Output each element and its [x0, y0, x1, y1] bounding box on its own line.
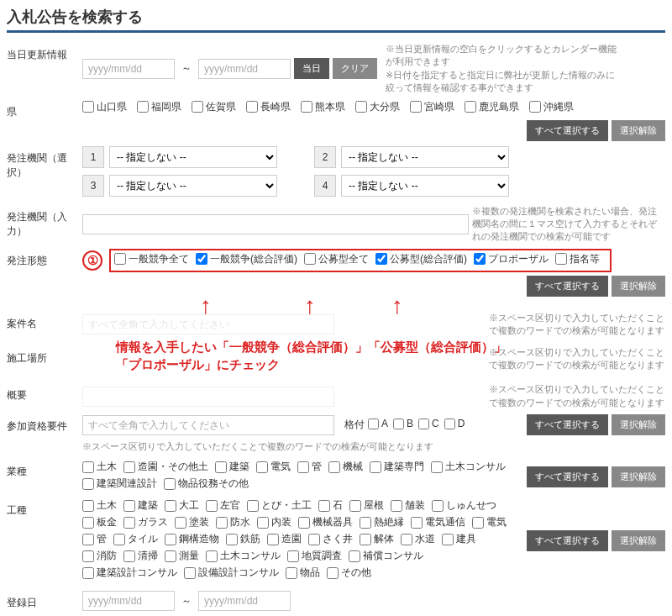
grade-checkbox[interactable]: D: [444, 418, 465, 429]
qual-deselect[interactable]: 選択解除: [612, 414, 665, 435]
org-select-4[interactable]: -- 指定しない --: [341, 175, 509, 197]
summary-input[interactable]: [82, 387, 334, 407]
worktype-checkbox[interactable]: 清掃: [123, 549, 158, 563]
industry-checkbox[interactable]: 土木: [82, 460, 117, 474]
worktype-checkbox[interactable]: 防水: [216, 515, 250, 529]
case-note: ※スペース区切りで入力していただくことで複数のワードでの検索が可能となります: [489, 312, 665, 338]
industry-checkbox[interactable]: 機械: [328, 460, 363, 474]
pref-deselect[interactable]: 選択解除: [612, 120, 665, 141]
pref-checkbox[interactable]: 山口県: [82, 100, 127, 114]
worktype-checkbox[interactable]: 地質調査: [287, 549, 342, 563]
grade-checkbox[interactable]: B: [393, 418, 413, 429]
industry-deselect[interactable]: 選択解除: [612, 466, 665, 487]
org-select-3[interactable]: -- 指定しない --: [109, 175, 277, 197]
update-date-from[interactable]: [82, 59, 175, 79]
worktype-checkbox[interactable]: 物品: [286, 566, 320, 580]
worktype-checkbox[interactable]: 左官: [206, 498, 240, 513]
org-select-2[interactable]: -- 指定しない --: [341, 146, 509, 168]
case-input[interactable]: [82, 314, 334, 334]
grade-checkbox[interactable]: A: [368, 418, 388, 429]
bidtype-deselect[interactable]: 選択解除: [612, 276, 665, 297]
regdate-to[interactable]: [198, 591, 291, 611]
update-date-to[interactable]: [198, 59, 291, 79]
worktype-checkbox[interactable]: 石: [318, 498, 343, 513]
bidtype-checkbox[interactable]: 指名等: [555, 252, 600, 266]
industry-select-all[interactable]: すべて選択する: [527, 466, 608, 487]
org-input[interactable]: [82, 214, 469, 234]
worktype-checkbox[interactable]: 測量: [165, 549, 199, 563]
qual-input[interactable]: [82, 415, 334, 435]
worktype-checkbox[interactable]: 土木コンサル: [206, 549, 281, 563]
pref-checkbox[interactable]: 福岡県: [137, 100, 181, 114]
worktype-checkbox[interactable]: 熱絶縁: [360, 515, 404, 529]
industry-checkbox[interactable]: 建築専門: [370, 460, 424, 474]
industry-checkbox[interactable]: 建築: [215, 460, 249, 474]
pref-checkbox[interactable]: 鹿児島県: [465, 100, 519, 114]
worktype-checkbox[interactable]: 板金: [82, 515, 117, 529]
grade-checkbox[interactable]: C: [418, 418, 439, 429]
label-case: 案件名: [7, 312, 82, 331]
clear-button[interactable]: クリア: [333, 58, 377, 79]
industry-checkbox[interactable]: 電気: [256, 460, 291, 474]
worktype-checkbox[interactable]: 舗装: [391, 498, 425, 513]
pref-select-all[interactable]: すべて選択する: [527, 120, 608, 141]
annotation-badge-1: ①: [82, 250, 102, 271]
label-bidtype: 発注形態: [7, 249, 82, 268]
worktype-select-all[interactable]: すべて選択する: [527, 530, 608, 551]
pref-checkbox[interactable]: 長崎県: [246, 100, 291, 114]
industry-checkbox[interactable]: 管: [297, 460, 322, 474]
industry-checkbox[interactable]: 物品役務その他: [164, 476, 249, 491]
worktype-checkbox[interactable]: タイル: [113, 532, 158, 546]
worktype-checkbox[interactable]: 鉄筋: [226, 532, 260, 546]
bidtype-select-all[interactable]: すべて選択する: [527, 276, 608, 297]
worktype-checkbox[interactable]: 水道: [401, 532, 435, 546]
bidtype-highlight-box: 一般競争全て一般競争(総合評価)公募型全て公募型(総合評価)プロポーザル指名等: [109, 249, 612, 272]
worktype-checkbox[interactable]: 消防: [82, 549, 117, 563]
industry-checkbox[interactable]: 土木コンサル: [431, 460, 506, 474]
bidtype-checkbox[interactable]: 公募型(総合評価): [375, 252, 467, 266]
worktype-checkbox[interactable]: 設備設計コンサル: [184, 566, 279, 580]
worktype-checkbox[interactable]: その他: [327, 566, 371, 580]
worktype-checkbox[interactable]: 大工: [165, 498, 199, 513]
pref-checkbox[interactable]: 大分県: [355, 100, 400, 114]
worktype-checkbox[interactable]: 建具: [442, 532, 476, 546]
pref-checkbox[interactable]: 熊本県: [301, 100, 345, 114]
worktype-checkbox[interactable]: 補償コンサル: [349, 549, 423, 563]
pref-checkbox[interactable]: 佐賀県: [192, 100, 236, 114]
worktype-checkbox[interactable]: とび・土工: [247, 498, 312, 513]
worktype-checkbox[interactable]: 屋根: [349, 498, 384, 513]
regdate-from[interactable]: [82, 591, 175, 611]
industry-checkbox[interactable]: 造園・その他土: [123, 460, 208, 474]
pref-checkbox[interactable]: 沖縄県: [529, 100, 574, 114]
worktype-checkbox[interactable]: 造園: [267, 532, 302, 546]
org-num-1: 1: [82, 146, 104, 168]
worktype-checkbox[interactable]: しゅんせつ: [432, 498, 496, 513]
pref-checkbox[interactable]: 宮崎県: [410, 100, 454, 114]
bidtype-checkbox[interactable]: プロポーザル: [474, 252, 549, 266]
worktype-checkbox[interactable]: 建築: [123, 498, 158, 513]
worktype-checkbox[interactable]: さく井: [308, 532, 353, 546]
worktype-checkbox[interactable]: 鋼構造物: [165, 532, 219, 546]
bidtype-checkbox[interactable]: 公募型全て: [304, 252, 369, 266]
industry-checkbox[interactable]: 建築関連設計: [82, 476, 157, 491]
worktype-checkbox[interactable]: 機械器具: [298, 515, 353, 529]
worktype-checkbox[interactable]: 電気通信: [411, 515, 465, 529]
worktype-checkbox[interactable]: 塗装: [175, 515, 209, 529]
org-num-3: 3: [82, 175, 104, 197]
worktype-checkbox[interactable]: 内装: [257, 515, 291, 529]
worktype-checkbox[interactable]: 電気: [472, 515, 507, 529]
worktype-checkbox[interactable]: 管: [82, 532, 107, 546]
qual-select-all[interactable]: すべて選択する: [527, 414, 608, 435]
bidtype-checkbox[interactable]: 一般競争全て: [114, 252, 189, 266]
label-pref: 県: [7, 100, 82, 119]
worktype-deselect[interactable]: 選択解除: [612, 530, 665, 551]
worktype-checkbox[interactable]: ガラス: [123, 515, 168, 529]
label-org-select: 発注機関（選択）: [7, 146, 82, 180]
today-button[interactable]: 当日: [294, 58, 329, 79]
worktype-checkbox[interactable]: 建築設計コンサル: [82, 566, 177, 580]
worktype-checkbox[interactable]: 解体: [360, 532, 394, 546]
org-select-1[interactable]: -- 指定しない --: [109, 146, 277, 168]
sep: ～: [181, 61, 192, 76]
worktype-checkbox[interactable]: 土木: [82, 498, 117, 513]
bidtype-checkbox[interactable]: 一般競争(総合評価): [196, 252, 297, 266]
